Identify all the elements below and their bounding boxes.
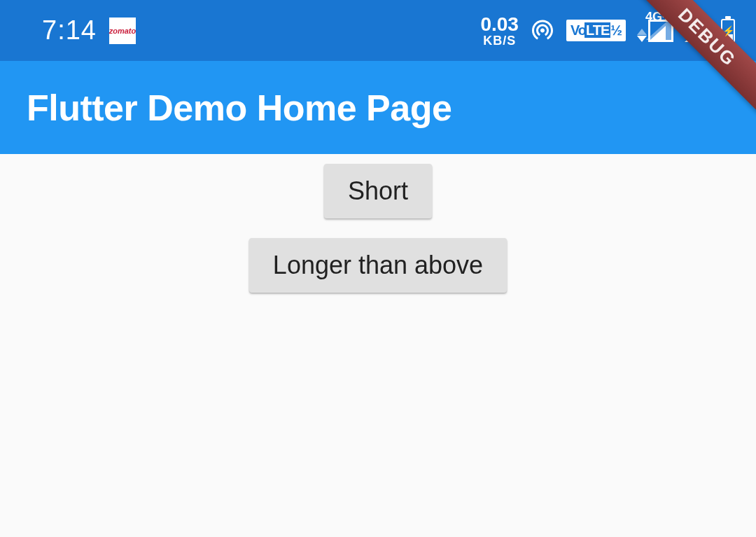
main-content: Short Longer than above [0, 154, 756, 293]
data-arrows-icon [637, 29, 647, 42]
hotspot-icon [530, 17, 555, 45]
signal-triangle-full-icon [685, 20, 710, 42]
page-title: Flutter Demo Home Page [27, 87, 451, 129]
network-speed-unit: KB/S [483, 34, 516, 47]
signal-triangle-icon [648, 20, 673, 42]
status-bar-right: 0.03 KB/S VoLTE½ 4G+ ⚡ [480, 15, 735, 47]
battery-charging-icon: ⚡ [722, 25, 734, 36]
android-status-bar: 7:14 zomato 0.03 KB/S VoLTE½ 4G+ ⚡ [0, 0, 756, 61]
longer-button[interactable]: Longer than above [249, 238, 507, 293]
signal-indicator-2 [685, 20, 710, 42]
volte-badge: VoLTE½ [566, 20, 626, 41]
short-button[interactable]: Short [324, 164, 432, 218]
zomato-notification-icon: zomato [109, 18, 136, 44]
network-speed-value: 0.03 [480, 15, 519, 34]
network-speed-indicator: 0.03 KB/S [480, 15, 519, 47]
status-clock: 7:14 [42, 15, 97, 46]
status-bar-left: 7:14 zomato [42, 15, 136, 46]
signal-indicator-1: 4G+ [637, 20, 673, 42]
app-bar: Flutter Demo Home Page [0, 61, 756, 154]
battery-icon: ⚡ [721, 19, 735, 43]
